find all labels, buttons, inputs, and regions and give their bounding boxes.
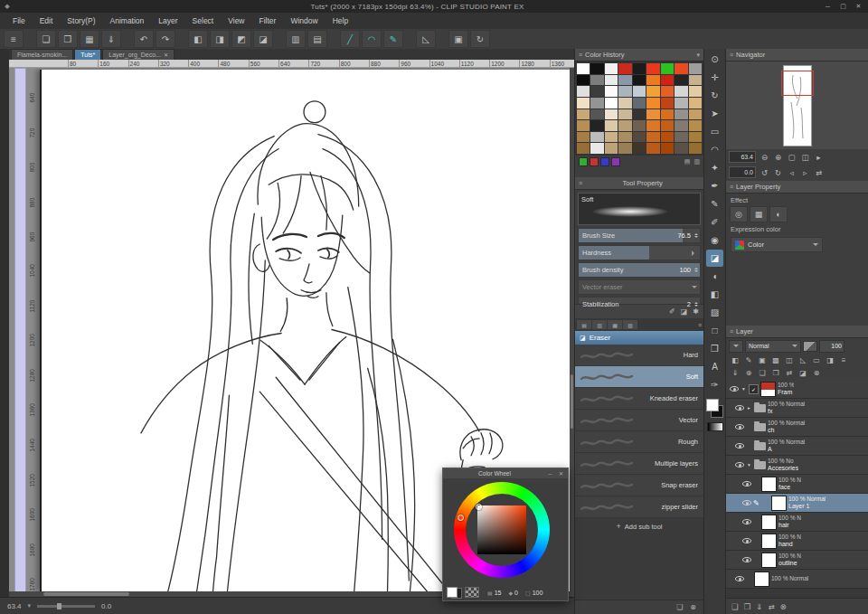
- color-swatch[interactable]: [675, 143, 687, 154]
- recent-color-chip[interactable]: [600, 157, 609, 166]
- new-layer-folder-icon[interactable]: ❒: [769, 367, 782, 378]
- color-swatch[interactable]: [646, 132, 659, 143]
- color-swatch[interactable]: [605, 109, 618, 120]
- eraser-switch-icon[interactable]: ◪: [681, 307, 688, 316]
- polyline-icon[interactable]: ✎: [383, 30, 403, 48]
- document-settings-icon[interactable]: ▣: [448, 30, 468, 48]
- layer-visibility-eye-icon[interactable]: [735, 574, 744, 583]
- merge-layers-icon[interactable]: ⇄: [783, 367, 796, 378]
- rotate-canvas-tool-icon[interactable]: ↻: [706, 87, 723, 104]
- color-swatch[interactable]: [618, 132, 631, 143]
- color-swatch[interactable]: [618, 109, 631, 120]
- value-stepper[interactable]: [694, 233, 698, 238]
- color-swatch[interactable]: [618, 143, 631, 154]
- color-swatch[interactable]: [633, 98, 646, 109]
- layer-row[interactable]: 100 % N outline: [726, 551, 868, 570]
- color-swatch[interactable]: [689, 75, 702, 86]
- menu-item[interactable]: Help: [326, 13, 355, 29]
- color-swatch[interactable]: [675, 120, 687, 131]
- layer-type-dropdown[interactable]: [729, 340, 743, 353]
- color-swatch[interactable]: [633, 132, 646, 143]
- rotate-right-icon[interactable]: ↻: [771, 168, 785, 177]
- tool-property-row[interactable]: Brush density 100: [578, 262, 701, 278]
- material-icon[interactable]: ▤: [307, 30, 327, 48]
- pencil-tool-icon[interactable]: ✎: [706, 195, 723, 213]
- layer-mask-icon[interactable]: ▭: [810, 354, 823, 365]
- layer-visibility-eye-icon[interactable]: [742, 498, 751, 507]
- clear-layer-icon[interactable]: ◪: [797, 367, 809, 378]
- panel-menu-icon[interactable]: ≡: [730, 184, 733, 190]
- operation-tool-icon[interactable]: ➤: [706, 105, 723, 122]
- color-swatch[interactable]: [590, 120, 603, 131]
- layer-visibility-eye-icon[interactable]: [742, 517, 751, 526]
- layer-thumbnail[interactable]: [771, 496, 787, 511]
- panel-menu-icon[interactable]: ≡: [698, 322, 702, 328]
- zoom-tool-icon[interactable]: ⊙: [706, 51, 723, 68]
- navigator-rotation-value[interactable]: 0.0: [729, 166, 756, 178]
- panel-menu-icon[interactable]: ≡: [730, 52, 733, 58]
- navigator-view-rectangle[interactable]: [781, 71, 814, 96]
- layer-thumbnail[interactable]: [754, 571, 769, 587]
- color-swatch[interactable]: [646, 98, 659, 109]
- expand-arrow-icon[interactable]: ▾: [741, 386, 747, 392]
- sub-tool-item[interactable]: Snap eraser: [575, 475, 703, 496]
- color-swatch[interactable]: [577, 132, 590, 143]
- color-swatch[interactable]: [689, 63, 702, 74]
- property-value[interactable]: 2: [687, 300, 693, 308]
- brush-stroke-icon[interactable]: ✐: [669, 307, 675, 316]
- menu-item[interactable]: Animation: [103, 13, 152, 29]
- panel-menu-icon[interactable]: ≡: [730, 328, 733, 335]
- navigator-preview[interactable]: [726, 61, 868, 149]
- selection-tool-icon[interactable]: ▭: [706, 123, 723, 140]
- color-swatch[interactable]: [633, 86, 646, 97]
- draft-layer-icon[interactable]: ✎: [742, 354, 755, 365]
- layer-row[interactable]: ▾ 100 % No Accesories: [726, 456, 868, 475]
- color-swatch[interactable]: [618, 63, 631, 74]
- enable-mask-icon[interactable]: ◫: [783, 354, 796, 365]
- close-button[interactable]: ✕: [851, 1, 866, 12]
- panel-menu-icon[interactable]: ≡: [579, 180, 582, 186]
- blend-tool-icon[interactable]: ◖: [706, 268, 723, 285]
- delete-layer-icon[interactable]: ⊗: [810, 367, 823, 378]
- color-swatch[interactable]: [590, 143, 603, 154]
- navigator-zoom-value[interactable]: 63.4: [729, 151, 756, 163]
- layer-visibility-eye-icon[interactable]: [742, 536, 751, 545]
- sub-tool-item[interactable]: Vector: [575, 410, 703, 431]
- color-swatch[interactable]: [605, 143, 618, 154]
- sub-tool-item[interactable]: Soft: [575, 366, 703, 388]
- lock-transparent-pixels-icon[interactable]: ▩: [769, 354, 782, 365]
- layer-visibility-eye-icon[interactable]: [730, 384, 739, 393]
- sub-tool-group-header[interactable]: ◪ Eraser: [575, 331, 703, 345]
- gradient-tool-icon[interactable]: ▨: [706, 304, 723, 321]
- menu-item[interactable]: View: [221, 13, 251, 29]
- opacity-slider-chip[interactable]: [803, 341, 817, 352]
- zoom-next-icon[interactable]: ▸: [812, 153, 826, 162]
- layer-row[interactable]: ▾ ✓ 100 % Fram: [726, 380, 868, 399]
- color-swatch[interactable]: [689, 109, 702, 120]
- airbrush-tool-icon[interactable]: ◉: [706, 231, 723, 249]
- menu-item[interactable]: Window: [283, 13, 325, 29]
- chevron-right-icon[interactable]: [692, 250, 697, 256]
- color-swatch[interactable]: [646, 109, 659, 120]
- expression-color-dropdown[interactable]: Color: [731, 237, 823, 252]
- lasso-tool-icon[interactable]: ◠: [706, 141, 723, 158]
- text-tool-icon[interactable]: A: [706, 358, 723, 375]
- layer-options-icon[interactable]: ≡: [837, 354, 850, 365]
- color-swatch[interactable]: [661, 86, 674, 97]
- menu-item[interactable]: Layer: [151, 13, 184, 29]
- color-swatch[interactable]: [605, 63, 618, 74]
- color-swatch[interactable]: [689, 98, 702, 109]
- color-swatch[interactable]: [577, 75, 590, 86]
- expand-arrow-icon[interactable]: ▾: [746, 462, 752, 468]
- sub-tool-item[interactable]: Hard: [575, 345, 703, 366]
- color-swatch[interactable]: [675, 98, 687, 109]
- blend-mode-dropdown[interactable]: Normal: [745, 340, 801, 353]
- color-swatch[interactable]: [633, 109, 646, 120]
- document-tab[interactable]: Tuts*: [74, 49, 101, 60]
- refresh-icon[interactable]: ↻: [470, 30, 490, 48]
- subtool-group-tab-1[interactable]: ▤: [577, 320, 591, 329]
- property-value[interactable]: 100: [679, 266, 693, 274]
- sub-tool-item[interactable]: Multiple layers: [575, 453, 703, 475]
- figure-tool-icon[interactable]: □: [706, 322, 723, 339]
- color-gradient-chip[interactable]: [707, 422, 723, 431]
